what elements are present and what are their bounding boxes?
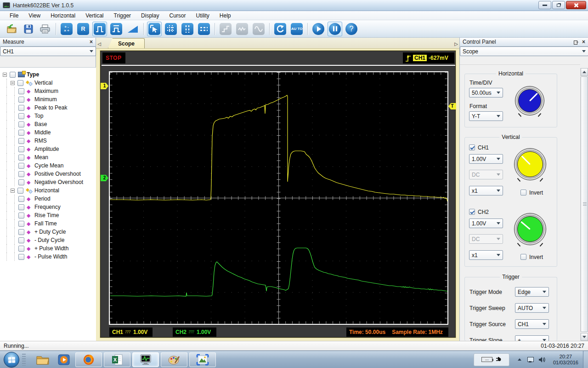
minimize-button[interactable]	[538, 1, 551, 9]
tree-node-horizontal[interactable]: Horizontal	[0, 186, 96, 195]
measure-channel-select[interactable]: CH1	[0, 46, 96, 56]
taskbar-paint-button[interactable]	[161, 352, 187, 367]
ch1-gain-knob[interactable]	[514, 149, 546, 180]
close-button[interactable]	[566, 1, 586, 9]
reference-button[interactable]: R	[76, 22, 90, 36]
taskbar-explorer-button[interactable]	[35, 353, 51, 367]
pause-button[interactable]	[328, 22, 342, 36]
sine-wave-button[interactable]	[251, 22, 266, 36]
show-hidden-icons-button[interactable]	[518, 358, 521, 361]
tree-node-type[interactable]: Type	[0, 70, 96, 79]
auto-set-button[interactable]: AU TO	[289, 22, 304, 36]
measure-item-period[interactable]: ◆Period	[0, 195, 96, 203]
horizontal-checkbox[interactable]	[17, 188, 23, 194]
restore-button[interactable]	[552, 1, 565, 9]
battery-meter-button[interactable]: ---	[474, 353, 509, 366]
measure-item-mean[interactable]: ◆Mean	[0, 153, 96, 161]
taskbar-clock[interactable]: 20:27 01/03/2016	[553, 354, 578, 366]
menu-item-vertical[interactable]: Vertical	[80, 12, 108, 20]
noise-wave-button[interactable]	[235, 22, 249, 36]
tree-expander[interactable]	[3, 73, 7, 77]
ch1-enable-checkbox[interactable]	[469, 144, 475, 150]
item-checkbox[interactable]	[18, 163, 24, 169]
pin-icon[interactable]	[573, 40, 578, 45]
ch2-volts-select[interactable]: 1.00V	[469, 218, 503, 228]
measure-item-negative-overshoot[interactable]: ◆Negative Overshoot	[0, 178, 96, 186]
item-checkbox[interactable]	[18, 146, 24, 152]
save-button[interactable]	[21, 22, 36, 36]
item-checkbox[interactable]	[18, 196, 24, 202]
ch2-position-marker[interactable]: 2	[101, 175, 108, 181]
open-file-button[interactable]	[5, 22, 19, 36]
measure-item-peak-to-peak[interactable]: ◆Peak to Peak	[0, 104, 96, 112]
menu-item-cursor[interactable]: Cursor	[164, 12, 191, 20]
scroll-up-arrow[interactable]	[581, 68, 588, 76]
cursor-select-button[interactable]	[147, 22, 162, 36]
item-checkbox[interactable]	[18, 221, 24, 227]
item-checkbox[interactable]	[18, 97, 24, 103]
tab-scroll-right[interactable]: ▷	[453, 39, 459, 48]
item-checkbox[interactable]	[18, 155, 24, 161]
tree-expander[interactable]	[11, 81, 15, 85]
menu-item-file[interactable]: File	[5, 12, 23, 20]
measure-item-maximum[interactable]: ◆Maximum	[0, 87, 96, 95]
measure-item-minimum[interactable]: ◆Minimum	[0, 95, 96, 104]
start-button[interactable]	[4, 352, 19, 368]
item-checkbox[interactable]	[18, 204, 24, 210]
control-panel-close-icon[interactable]: ×	[582, 39, 585, 45]
ch2-gain-knob[interactable]	[514, 213, 546, 245]
menu-item-help[interactable]: Help	[215, 12, 236, 20]
taskbar-excel-button[interactable]: X	[104, 352, 130, 367]
measure-item-top[interactable]: ◆Top	[0, 112, 96, 120]
measure-item-cycle-mean[interactable]: ◆Cycle Mean	[0, 161, 96, 170]
help-button[interactable]: ?	[344, 22, 359, 36]
trigger-mode-select[interactable]: Edge	[515, 287, 549, 297]
measure-item-frequency[interactable]: ◆Frequency	[0, 203, 96, 211]
measure-item-amplitude[interactable]: ◆Amplitude	[0, 145, 96, 153]
item-checkbox[interactable]	[18, 113, 24, 119]
item-checkbox[interactable]	[18, 229, 24, 235]
tree-node-vertical[interactable]: Vertical	[0, 79, 96, 87]
taskbar-firefox-button[interactable]	[75, 352, 102, 367]
menu-item-utility[interactable]: Utility	[191, 12, 214, 20]
measure-item-rms[interactable]: ◆RMS	[0, 137, 96, 145]
measure-item-rise-time[interactable]: ◆Rise Time	[0, 211, 96, 219]
ch2-invert-checkbox[interactable]	[520, 254, 526, 260]
format-select[interactable]: Y-T	[469, 111, 503, 121]
timebase-knob[interactable]	[515, 86, 544, 115]
item-checkbox[interactable]	[18, 121, 24, 127]
trigger-sweep-select[interactable]: AUTO	[515, 303, 549, 313]
item-checkbox[interactable]	[18, 213, 24, 218]
item-checkbox[interactable]	[18, 171, 24, 177]
grid-cursor-button[interactable]	[164, 22, 178, 36]
measure-item-positive-overshoot[interactable]: ◆Positive Overshoot	[0, 170, 96, 178]
measure-item-base[interactable]: ◆Base	[0, 120, 96, 128]
panel-mode-select[interactable]: Scope	[460, 46, 588, 56]
vertical-checkbox[interactable]	[17, 80, 23, 86]
measure-item-neg-duty-cycle[interactable]: ◆- Duty Cycle	[0, 236, 96, 244]
ch1-probe-select[interactable]: x1	[469, 186, 503, 196]
item-checkbox[interactable]	[18, 237, 24, 243]
scrollbar-thumb[interactable]	[581, 76, 588, 332]
ch2-enable-checkbox[interactable]	[469, 209, 475, 215]
measure-item-neg-pulse-width[interactable]: ◆- Pulse Width	[0, 253, 96, 261]
item-checkbox[interactable]	[18, 105, 24, 111]
network-icon[interactable]	[527, 357, 534, 362]
ch1-invert-checkbox[interactable]	[520, 190, 526, 196]
control-panel-scrollbar[interactable]	[580, 68, 588, 341]
trigger-source-select[interactable]: CH1	[515, 319, 549, 329]
scroll-down-arrow[interactable]	[581, 333, 588, 341]
ch2-probe-select[interactable]: x1	[469, 250, 503, 260]
measure-item-fall-time[interactable]: ◆Fall Time	[0, 219, 96, 228]
print-button[interactable]	[38, 22, 52, 36]
time-div-select[interactable]: 50.00us	[469, 88, 503, 98]
pulse-wave-button[interactable]	[92, 22, 107, 36]
measure-close-icon[interactable]: ×	[90, 39, 93, 45]
item-checkbox[interactable]	[18, 246, 24, 252]
item-checkbox[interactable]	[18, 179, 24, 185]
trigger-level-marker[interactable]: T	[448, 103, 456, 109]
taskbar-media-player-button[interactable]	[56, 353, 72, 367]
step-wave-button[interactable]	[218, 22, 233, 36]
measure-item-pos-pulse-width[interactable]: ◆+ Pulse Width	[0, 244, 96, 253]
speaker-icon[interactable]	[538, 356, 545, 363]
